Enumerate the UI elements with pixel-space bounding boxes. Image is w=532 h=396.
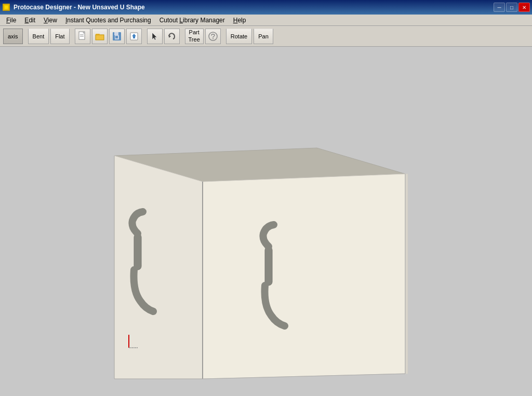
window-controls: ─ □ ✕ <box>494 3 530 12</box>
pan-button[interactable]: Pan <box>254 29 273 44</box>
menu-cutout-library[interactable]: Cutout Library Manager <box>155 16 229 25</box>
app-icon <box>2 3 10 11</box>
svg-marker-17 <box>152 33 157 40</box>
upload-button[interactable] <box>126 29 142 44</box>
svg-rect-32 <box>265 247 272 285</box>
maximize-button[interactable]: □ <box>506 3 517 12</box>
close-button[interactable]: ✕ <box>518 3 530 12</box>
svg-marker-24 <box>203 174 405 379</box>
svg-marker-23 <box>114 156 203 379</box>
bent-button[interactable]: Bent <box>28 29 49 44</box>
select-button[interactable] <box>147 29 163 44</box>
toolbar: axis Bent Flat <box>0 26 532 47</box>
menubar: File Edit View Instant Quotes and Purcha… <box>0 15 532 26</box>
svg-rect-11 <box>114 32 118 35</box>
menu-help[interactable]: Help <box>229 16 250 25</box>
window-title: Protocase Designer - New Unsaved U Shape <box>14 4 145 11</box>
svg-marker-25 <box>405 174 408 374</box>
menu-instant-quotes[interactable]: Instant Quotes and Purchasing <box>61 16 155 25</box>
axis-button[interactable]: axis <box>3 29 23 44</box>
svg-rect-13 <box>115 36 118 38</box>
help-icon-button[interactable] <box>205 29 221 44</box>
flat-button[interactable]: Flat <box>50 29 69 44</box>
menu-file[interactable]: File <box>2 16 20 25</box>
save-button[interactable] <box>109 29 125 44</box>
menu-edit[interactable]: Edit <box>20 16 39 25</box>
svg-rect-16 <box>133 36 135 38</box>
open-button[interactable] <box>92 29 108 44</box>
svg-marker-18 <box>169 35 171 38</box>
svg-rect-31 <box>134 234 141 270</box>
new-button[interactable] <box>75 29 90 44</box>
svg-rect-8 <box>96 35 104 40</box>
menu-view[interactable]: View <box>39 16 61 25</box>
part-tree-button[interactable]: Part Tree <box>185 29 204 44</box>
undo-button[interactable] <box>164 29 180 44</box>
titlebar: Protocase Designer - New Unsaved U Shape… <box>0 0 532 15</box>
svg-point-19 <box>209 32 217 40</box>
minimize-button[interactable]: ─ <box>494 3 505 12</box>
titlebar-left: Protocase Designer - New Unsaved U Shape <box>2 3 145 11</box>
rotate-button[interactable]: Rotate <box>226 29 252 44</box>
svg-point-20 <box>212 38 214 39</box>
3d-viewport[interactable] <box>0 47 532 396</box>
svg-rect-2 <box>5 6 8 9</box>
